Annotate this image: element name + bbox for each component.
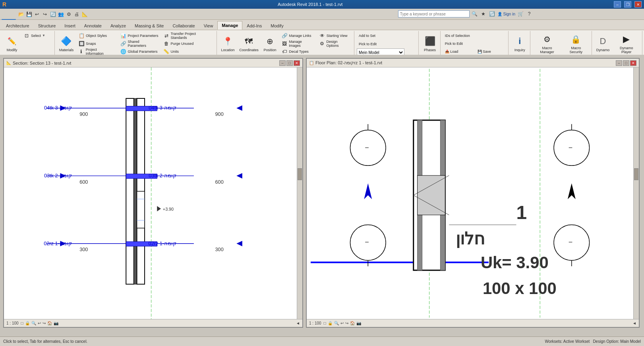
global-params-button[interactable]: 🌐 Global Parameters	[118, 48, 161, 55]
transfer-standards-button[interactable]: ⇄ Transfer Project Standards	[161, 32, 215, 39]
materials-button[interactable]: 🔷 Materials	[57, 32, 75, 56]
fp-tb-icon7[interactable]: 📷	[356, 321, 361, 325]
floor-plan-drawing-area[interactable]: − − − − 1 חלון Uk= 3.90	[307, 67, 639, 319]
project-info-button[interactable]: ℹ Project Information	[76, 48, 118, 55]
floor-plan-restore[interactable]: □	[623, 60, 629, 66]
qa-open-button[interactable]: 📂	[17, 11, 25, 18]
starting-view-button[interactable]: 👁 Starting View	[317, 32, 352, 39]
section-tb-icon1[interactable]: □	[21, 321, 23, 325]
design-options-icon: ⚙	[319, 40, 325, 47]
modify-button[interactable]: ✏️ Modify	[3, 32, 21, 56]
tab-architecture[interactable]: Architecture	[2, 21, 34, 30]
design-options-button[interactable]: ⚙ Design Options	[317, 40, 352, 47]
sign-in-label[interactable]: 👤 Sign in	[497, 12, 515, 16]
fp-nav-arrow[interactable]: ◄	[632, 321, 636, 325]
floor-plan-scrollbar[interactable]	[633, 67, 639, 319]
section-tb-icon5[interactable]: ↪	[43, 321, 46, 325]
object-styles-button[interactable]: 📋 Object Styles	[76, 32, 118, 39]
section-scrollbar-thumb[interactable]	[298, 168, 302, 180]
qa-print-button[interactable]: 🖨	[73, 11, 80, 18]
manage-images-button[interactable]: 🖼 Manage Images	[279, 40, 316, 47]
bookmark-button[interactable]: ★	[480, 10, 487, 17]
shared-params-label: Shared Parameters	[128, 40, 158, 48]
refresh-button[interactable]: 🔃	[489, 10, 496, 17]
qa-measure-button[interactable]: 📐	[81, 11, 88, 18]
save-sel-button[interactable]: 💾 Save	[476, 48, 507, 55]
tab-modify[interactable]: Modify	[266, 21, 288, 30]
tab-manage[interactable]: Manage	[217, 21, 242, 30]
floor-plan-scrollbar-thumb[interactable]	[634, 168, 638, 180]
select-button[interactable]: ⊡ Select ▼	[21, 32, 53, 39]
section-nav-arrow[interactable]: ◄	[296, 321, 300, 325]
select-label: Select	[31, 34, 41, 38]
section-scrollbar[interactable]	[297, 67, 302, 319]
ids-of-selection-button[interactable]: IDs of Selection	[443, 32, 475, 39]
purge-icon: 🗑	[163, 40, 170, 47]
decal-types-button[interactable]: 🏷 Decal Types	[279, 48, 316, 55]
add-to-set-button[interactable]: Add to Set	[357, 32, 389, 39]
tab-massing[interactable]: Massing & Site	[130, 21, 168, 30]
floor-plan-close[interactable]: ✕	[630, 60, 636, 66]
section-tb-icon4[interactable]: ↩	[38, 321, 41, 325]
manage-links-icon: 🔗	[281, 33, 288, 39]
tab-insert[interactable]: Insert	[60, 21, 80, 30]
fp-tb-icon6[interactable]: 🏠	[350, 321, 355, 325]
macro-security-button[interactable]: 🔒 Macro Security	[562, 32, 590, 56]
coordinates-button[interactable]: 🗺 Coordinates	[238, 32, 261, 56]
search-input[interactable]	[398, 10, 470, 17]
tab-addins[interactable]: Add-Ins	[242, 21, 266, 30]
floor-plan-minimize[interactable]: –	[616, 60, 622, 66]
design-options-label: Design Options	[326, 40, 350, 48]
section-tb-icon6[interactable]: 🏠	[47, 321, 52, 325]
qa-settings-button[interactable]: ⚙	[65, 11, 72, 18]
fp-tb-icon2[interactable]: 🔒	[328, 321, 333, 325]
shared-params-button[interactable]: 🔗 Shared Parameters	[118, 40, 161, 47]
minimize-button[interactable]: –	[614, 1, 621, 8]
qa-worksharing-button[interactable]: 👥	[57, 11, 64, 18]
restore-button[interactable]: ❐	[624, 1, 631, 8]
tab-annotate[interactable]: Annotate	[80, 21, 106, 30]
qa-undo-button[interactable]: ↩	[33, 11, 41, 18]
snaps-button[interactable]: 🔲 Snaps	[76, 40, 118, 47]
fp-tb-icon5[interactable]: ↪	[345, 321, 348, 325]
project-params-button[interactable]: 📊 Project Parameters	[118, 32, 161, 39]
search-button[interactable]: 🔍	[471, 10, 478, 17]
section-tb-icon7[interactable]: 📷	[54, 321, 58, 325]
qa-save-button[interactable]: 💾	[25, 11, 33, 18]
section-tb-icon3[interactable]: 🔍	[31, 321, 36, 325]
section-panel-titlebar: 📐 Section: Section 13 - test-1.rvt – □ ✕	[4, 59, 302, 67]
section-panel-minimize[interactable]: –	[279, 60, 286, 66]
load-button[interactable]: 📥 Load	[443, 48, 475, 55]
snaps-icon: 🔲	[78, 40, 85, 47]
help-button[interactable]: ?	[526, 10, 533, 17]
section-panel-restore[interactable]: □	[286, 60, 293, 66]
location-button[interactable]: 📍 Location	[219, 32, 237, 56]
fp-tb-icon4[interactable]: ↩	[340, 321, 344, 325]
purge-unused-button[interactable]: 🗑 Purge Unused	[161, 40, 215, 47]
qa-sync-button[interactable]: 🔄	[49, 11, 56, 18]
cart-button[interactable]: 🛒	[517, 10, 524, 17]
tab-view[interactable]: View	[199, 21, 218, 30]
project-units-button[interactable]: 📏 Units	[161, 48, 215, 55]
pick-to-edit-button[interactable]: Pick to Edit	[357, 40, 389, 48]
tab-collaborate[interactable]: Collaborate	[168, 21, 199, 30]
section-panel-close[interactable]: ✕	[294, 60, 300, 66]
tab-analyze[interactable]: Analyze	[106, 21, 130, 30]
qa-redo-button[interactable]: ↪	[41, 11, 48, 18]
dynamo-player-button[interactable]: ▶ Dynamo Player	[613, 32, 640, 56]
inquiry-button[interactable]: i Inquiry	[511, 32, 528, 56]
svg-text:−: −	[569, 144, 572, 152]
section-tb-icon2[interactable]: 🔒	[25, 321, 30, 325]
pick-to-edit-sel-button[interactable]: Pick to Edit	[443, 40, 475, 47]
section-drawing-area[interactable]: קומה-04tk 3 900 קומה-03tk 2 600 קומה-02r…	[4, 67, 302, 319]
fp-tb-icon1[interactable]: □	[324, 321, 326, 325]
fp-tb-icon3[interactable]: 🔍	[334, 321, 339, 325]
position-button[interactable]: ⊕ Position	[261, 32, 278, 56]
manage-links-button[interactable]: 🔗 Manage Links	[279, 32, 316, 39]
close-button[interactable]: ✕	[634, 1, 642, 8]
phases-button[interactable]: ⬛ Phases	[421, 32, 439, 56]
dynamo-button[interactable]: D Dynamo	[594, 32, 612, 56]
tab-structure[interactable]: Structure	[34, 21, 60, 30]
macro-manager-button[interactable]: ⚙ Macro Manager	[533, 32, 561, 56]
svg-text:−: −	[365, 238, 369, 246]
